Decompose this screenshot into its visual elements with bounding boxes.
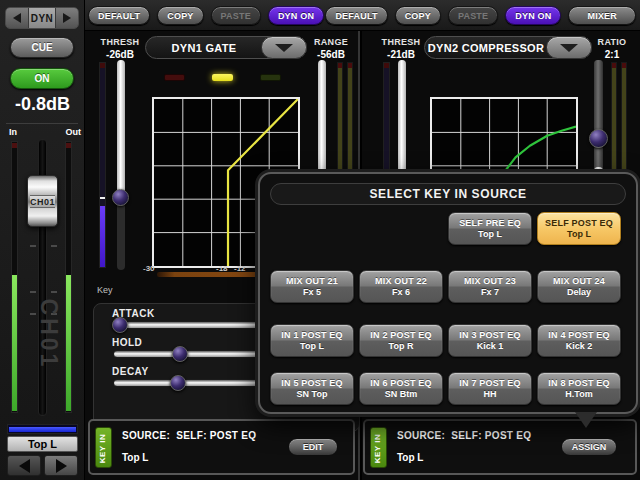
channel-color-fill: [9, 427, 76, 432]
key-meter-clip: [100, 63, 105, 68]
dyn1-keyin-bar: KEY IN SOURCE: SELF: POST EQ Top L EDIT: [88, 419, 355, 475]
right-arrow-icon: [63, 13, 71, 23]
divider: [6, 123, 78, 124]
popup-pointer: [575, 412, 597, 428]
next-channel-button[interactable]: [44, 455, 78, 476]
left-arrow-icon: [19, 459, 30, 473]
keyin-source-value: Top L: [397, 452, 423, 463]
dyn1-type-label: DYN1 GATE: [146, 37, 262, 58]
dyn1-range-readout: RANGE-56dB: [305, 37, 357, 60]
processor-selector: DYN: [5, 7, 79, 29]
dyn1-thresh-readout: THRESH-26dB: [95, 37, 145, 60]
keyin-source-label: SOURCE: SELF: POST EQ: [397, 430, 531, 441]
keyin-assign-button[interactable]: ASSIGN: [561, 438, 617, 456]
dyn2-type-label: DYN2 COMPRESSOR: [425, 37, 547, 58]
keyin-source-option-mix-out-22[interactable]: MIX OUT 22Fx 6: [359, 270, 443, 303]
top-toolbar: DEFAULTCOPYPASTEDYN ON DEFAULTCOPYPASTED…: [85, 0, 640, 31]
key-meter-label: Key: [97, 285, 113, 295]
keyin-source-option-in-4-post-eq[interactable]: IN 4 POST EQKick 2: [537, 324, 621, 357]
toolbar-button-dyn-on[interactable]: DYN ON: [268, 6, 324, 25]
toolbar-button-mixer[interactable]: MIXER: [568, 6, 636, 25]
out-meter-fill: [66, 275, 71, 411]
select-keyin-source-popup: SELECT KEY IN SOURCE SELF PRE EQTop LSEL…: [258, 172, 638, 414]
attack-slider-thumb[interactable]: [112, 317, 128, 333]
dyn2-toolbar: DEFAULTCOPYPASTEDYN ONMIXER: [325, 6, 636, 25]
gate-led-green: [260, 74, 281, 81]
prev-channel-button[interactable]: [7, 455, 41, 476]
channel-name-label: Top L: [7, 436, 78, 452]
in-meter-fill: [12, 275, 17, 411]
in-meter-label: In: [9, 127, 17, 137]
channel-strip: DYN CUE ON -0.8dB In Out CH01 CH01 Top L: [0, 0, 85, 480]
dyn1-toolbar: DEFAULTCOPYPASTEDYN ON: [88, 6, 324, 25]
channel-fader-cap[interactable]: CH01: [27, 175, 58, 227]
key-meter-tick: [100, 197, 105, 199]
popup-title: SELECT KEY IN SOURCE: [270, 183, 626, 205]
left-arrow-icon: [13, 13, 21, 23]
fader-tick: [30, 245, 36, 247]
fader-cap-label: CH01: [30, 195, 55, 208]
toolbar-button-default[interactable]: DEFAULT: [88, 6, 150, 25]
dropdown-arrow-button[interactable]: [261, 36, 307, 59]
prev-processor-button[interactable]: [6, 8, 28, 28]
toolbar-button-copy[interactable]: COPY: [157, 6, 203, 25]
dyn2-ratio-slider-thumb[interactable]: [589, 129, 608, 148]
keyin-source-option-in-2-post-eq[interactable]: IN 2 POST EQTop R: [359, 324, 443, 357]
channel-id-watermark: CH01: [38, 264, 62, 404]
right-arrow-icon: [56, 459, 67, 473]
fader-level-readout: -0.8dB: [0, 94, 85, 115]
dyn1-thresh-slider[interactable]: [117, 60, 125, 270]
chevron-down-icon: [560, 44, 578, 52]
dyn1-key-meter: [99, 62, 106, 268]
fader-tick: [51, 245, 57, 247]
keyin-source-option-in-5-post-eq[interactable]: IN 5 POST EQSN Top: [270, 372, 354, 405]
gate-led-red: [164, 74, 185, 81]
key-meter-clip: [384, 63, 389, 68]
dyn2-ratio-readout: RATIO2:1: [586, 37, 638, 60]
keyin-source-value: Top L: [122, 452, 148, 463]
out-clip-led: [66, 143, 71, 148]
in-clip-led: [12, 143, 17, 148]
keyin-source-option-in-8-post-eq[interactable]: IN 8 POST EQH.Tom: [537, 372, 621, 405]
toolbar-button-default[interactable]: DEFAULT: [325, 6, 387, 25]
keyin-source-option-in-7-post-eq[interactable]: IN 7 POST EQHH: [448, 372, 532, 405]
channel-color-bar: [7, 424, 78, 434]
keyin-source-option-mix-out-23[interactable]: MIX OUT 23Fx 7: [448, 270, 532, 303]
in-level-meter: [11, 141, 18, 413]
dyn1-thresh-slider-thumb[interactable]: [112, 189, 129, 206]
scale-tick-label: -30: [143, 264, 155, 273]
hold-label: HOLD: [112, 337, 142, 348]
toolbar-button-copy[interactable]: COPY: [395, 6, 441, 25]
toolbar-button-paste[interactable]: PASTE: [448, 6, 498, 25]
keyin-source-option-mix-out-24[interactable]: MIX OUT 24Delay: [537, 270, 621, 303]
dynamics-screen: DYN CUE ON -0.8dB In Out CH01 CH01 Top L: [0, 0, 640, 480]
toolbar-button-dyn-on[interactable]: DYN ON: [505, 6, 561, 25]
keyin-edit-button[interactable]: EDIT: [288, 438, 338, 456]
chevron-down-icon: [275, 44, 293, 52]
out-level-meter: [65, 141, 72, 413]
decay-label: DECAY: [112, 366, 149, 377]
toolbar-button-paste[interactable]: PASTE: [211, 6, 261, 25]
decay-slider-thumb[interactable]: [170, 375, 186, 391]
dyn2-thresh-readout: THRESH-21dB: [376, 37, 426, 60]
key-meter-fill: [100, 206, 105, 267]
channel-on-button[interactable]: ON: [10, 68, 74, 89]
dyn2-type-dropdown[interactable]: DYN2 COMPRESSOR: [424, 36, 592, 59]
keyin-badge: KEY IN: [95, 427, 112, 468]
dyn1-type-dropdown[interactable]: DYN1 GATE: [145, 36, 307, 59]
gate-led-yellow: [212, 74, 233, 81]
fader-tick: [30, 291, 36, 293]
keyin-badge: KEY IN: [370, 427, 387, 468]
processor-selector-label: DYN: [28, 8, 56, 28]
hold-slider-thumb[interactable]: [172, 346, 188, 362]
keyin-source-option-self-pre-eq[interactable]: SELF PRE EQTop L: [448, 212, 532, 245]
out-meter-label: Out: [66, 127, 82, 137]
next-processor-button[interactable]: [56, 8, 78, 28]
keyin-source-label: SOURCE: SELF: POST EQ: [122, 430, 256, 441]
keyin-source-option-mix-out-21[interactable]: MIX OUT 21Fx 5: [270, 270, 354, 303]
keyin-source-option-in-6-post-eq[interactable]: IN 6 POST EQSN Btm: [359, 372, 443, 405]
keyin-source-option-in-3-post-eq[interactable]: IN 3 POST EQKick 1: [448, 324, 532, 357]
keyin-source-option-self-post-eq[interactable]: SELF POST EQTop L: [537, 212, 621, 245]
keyin-source-option-in-1-post-eq[interactable]: IN 1 POST EQTop L: [270, 324, 354, 357]
cue-button[interactable]: CUE: [10, 37, 74, 58]
